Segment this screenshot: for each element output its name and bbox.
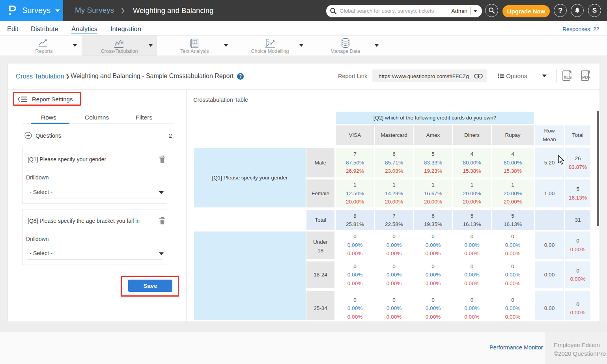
svg-text:PDF: PDF: [582, 75, 591, 80]
svg-text:XLS: XLS: [564, 75, 572, 80]
